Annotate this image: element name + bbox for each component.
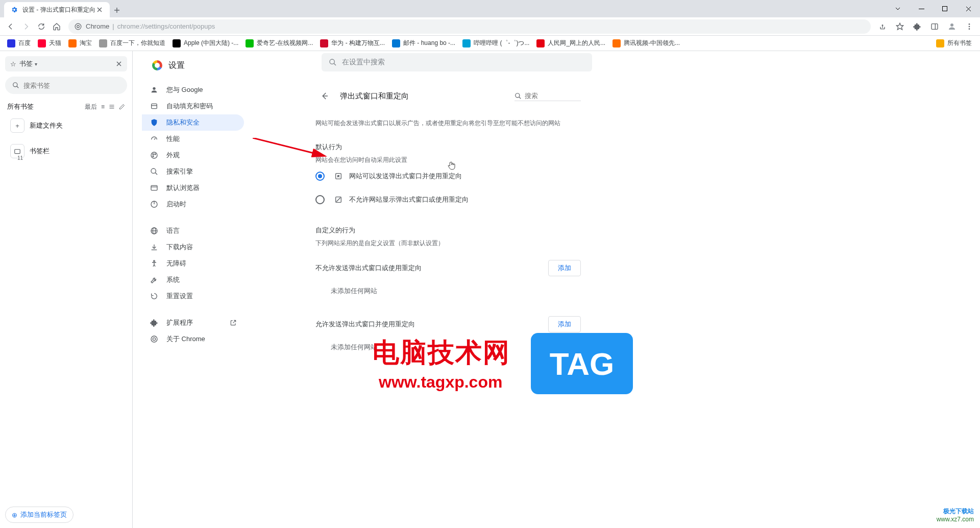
ext-icon: [149, 319, 159, 327]
favicon-icon: [173, 39, 181, 47]
list-icon[interactable]: [109, 104, 115, 110]
bookmark-item[interactable]: 百度: [4, 37, 34, 50]
watermark-corner: 极光下载站 www.xz7.com: [937, 507, 974, 523]
minimize-button[interactable]: [910, 0, 933, 17]
bookmark-item[interactable]: 爱奇艺-在线视频网...: [242, 37, 316, 50]
svg-point-33: [155, 154, 156, 155]
menu-icon[interactable]: [962, 19, 977, 34]
inline-search-input[interactable]: [525, 92, 576, 100]
person-icon: [149, 86, 159, 94]
nav-item-search[interactable]: 搜索引擎: [142, 163, 244, 180]
nav-item-wrench[interactable]: 系统: [142, 272, 244, 288]
shield-icon: [149, 118, 159, 127]
gear-icon: [10, 6, 18, 14]
bookmark-item[interactable]: 百度一下，你就知道: [96, 37, 168, 50]
browser-tab[interactable]: 设置 - 弹出式窗口和重定向: [4, 2, 110, 17]
new-tab-button[interactable]: [110, 3, 124, 17]
bookmarks-panel-header[interactable]: ☆ 书签 ▾: [5, 56, 127, 71]
nav-item-chrome[interactable]: 关于 Chrome: [142, 331, 244, 347]
nav-item-person[interactable]: 您与 Google: [142, 82, 244, 98]
favicon-icon: [38, 39, 46, 47]
svg-point-48: [153, 338, 155, 340]
bookmark-item[interactable]: 淘宝: [65, 37, 95, 50]
folder-icon: [936, 39, 944, 47]
home-button[interactable]: [49, 19, 64, 34]
nav-item-speed[interactable]: 性能: [142, 131, 244, 147]
nav-item-power[interactable]: 启动时: [142, 196, 244, 212]
favicon-icon: [536, 39, 545, 47]
favicon-icon: [392, 39, 400, 47]
tab-title: 设置 - 弹出式窗口和重定向: [22, 6, 95, 14]
forward-button[interactable]: [18, 19, 34, 34]
close-tab-icon[interactable]: [95, 6, 104, 14]
nav-item-shield[interactable]: 隐私和安全: [142, 114, 244, 131]
custom-behavior-sub: 下列网站采用的是自定义设置（而非默认设置）: [315, 239, 581, 248]
all-bookmarks-label: 所有书签: [7, 102, 34, 111]
autofill-icon: [149, 102, 159, 110]
star-icon: ☆: [10, 60, 16, 68]
back-button[interactable]: [3, 19, 18, 34]
bookmark-item[interactable]: Apple (中国大陆) -...: [169, 37, 241, 50]
svg-point-14: [969, 23, 970, 25]
svg-rect-11: [932, 23, 938, 29]
radio-button-unchecked[interactable]: [315, 195, 325, 204]
sort-label[interactable]: 最后: [85, 103, 97, 111]
favicon-icon: [320, 39, 328, 47]
back-arrow-button[interactable]: [315, 87, 334, 105]
svg-rect-28: [152, 104, 157, 108]
settings-search[interactable]: 在设置中搜索: [322, 53, 592, 71]
bookmark-star-icon[interactable]: [892, 19, 908, 34]
url-input[interactable]: Chrome | chrome://settings/content/popup…: [68, 19, 871, 34]
close-window-button[interactable]: [957, 0, 980, 17]
maximize-button[interactable]: [933, 0, 957, 17]
radio-block-popups[interactable]: 不允许网站显示弹出式窗口或使用重定向: [315, 188, 581, 211]
bookmark-item[interactable]: 腾讯视频-中国领先...: [609, 37, 683, 50]
add-current-tab-button[interactable]: ⊕ 添加当前标签页: [5, 507, 74, 523]
allow-section-label: 允许发送弹出式窗口并使用重定向: [315, 320, 415, 329]
bookmark-item[interactable]: 邮件 - huang bo -...: [389, 37, 458, 50]
nav-item-download[interactable]: 下载内容: [142, 239, 244, 255]
filter-icon[interactable]: ≡: [101, 103, 105, 110]
add-block-button[interactable]: 添加: [548, 260, 581, 276]
bookmarks-bar: 百度天猫淘宝百度一下，你就知道Apple (中国大陆) -...爱奇艺-在线视频…: [0, 36, 980, 51]
bookmark-bar-folder[interactable]: 书签栏 11: [5, 140, 127, 162]
settings-nav: 您与 Google自动填充和密码隐私和安全性能外观搜索引擎默认浏览器启动时 语言…: [142, 51, 244, 528]
new-folder-row[interactable]: + 新建文件夹: [5, 114, 127, 137]
bookmarks-search-input[interactable]: [23, 82, 120, 89]
default-behavior-heading: 默认行为: [315, 142, 581, 152]
nav-item-access[interactable]: 无障碍: [142, 255, 244, 272]
svg-point-34: [153, 156, 154, 157]
bookmarks-side-panel: ☆ 书签 ▾ 所有书签 最后 ≡ + 新建文件夹 书签栏: [0, 51, 133, 528]
bookmark-item[interactable]: 哔哩哔哩 (゜-゜)つ...: [459, 37, 532, 50]
bookmark-item[interactable]: 人民网_网上的人民...: [533, 37, 608, 50]
nav-item-reset[interactable]: 重置设置: [142, 288, 244, 304]
power-icon: [149, 200, 159, 208]
all-bookmarks-button[interactable]: 所有书签: [933, 37, 975, 50]
bookmarks-search[interactable]: [5, 77, 127, 94]
nav-item-browser[interactable]: 默认浏览器: [142, 180, 244, 196]
share-icon[interactable]: [875, 19, 890, 34]
search-icon: [514, 92, 522, 100]
popup-block-icon: [334, 195, 343, 204]
bookmark-item[interactable]: 华为 - 构建万物互...: [317, 37, 388, 50]
nav-item-autofill[interactable]: 自动填充和密码: [142, 98, 244, 114]
nav-item-globe[interactable]: 语言: [142, 223, 244, 239]
nav-item-palette[interactable]: 外观: [142, 147, 244, 163]
reload-button[interactable]: [34, 19, 49, 34]
inline-search[interactable]: [514, 91, 581, 101]
dropdown-icon[interactable]: [886, 0, 910, 17]
svg-point-9: [77, 25, 80, 28]
extensions-icon[interactable]: [910, 19, 925, 34]
nav-item-ext[interactable]: 扩展程序: [142, 315, 244, 331]
radio-button-checked[interactable]: [315, 172, 325, 181]
profile-icon[interactable]: [944, 19, 960, 34]
block-section-label: 不允许发送弹出式窗口或使用重定向: [315, 263, 422, 273]
block-none-text: 未添加任何网站: [331, 286, 581, 296]
svg-point-8: [75, 23, 81, 30]
bookmark-item[interactable]: 天猫: [35, 37, 64, 50]
edit-icon[interactable]: [119, 104, 125, 110]
svg-line-36: [155, 173, 157, 175]
close-panel-icon[interactable]: [116, 61, 122, 67]
add-allow-button[interactable]: 添加: [548, 316, 581, 332]
sidepanel-icon[interactable]: [927, 19, 942, 34]
